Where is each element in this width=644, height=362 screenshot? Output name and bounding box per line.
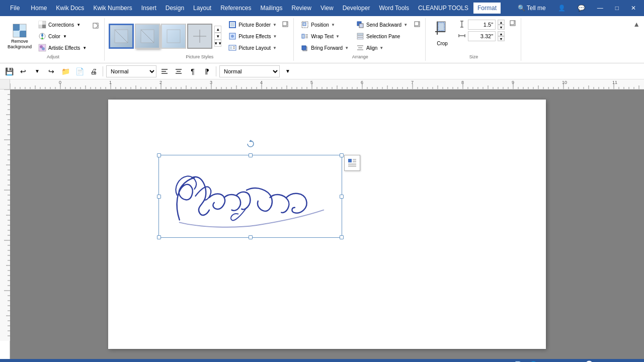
width-down-btn[interactable]: ▼ [498, 36, 505, 41]
maximize-btn[interactable]: □ [611, 3, 623, 14]
style-selector-2[interactable]: Normal [219, 65, 280, 77]
ribbon-group-picture-styles: ▲ ▼ ▼▼ Picture Border ▼ [106, 18, 294, 61]
scroll-up-btn[interactable]: ▲ [214, 26, 221, 33]
picture-styles-expand[interactable] [280, 21, 290, 27]
minimize-btn[interactable]: — [593, 3, 607, 14]
save-btn[interactable]: 💾 [3, 65, 15, 77]
color-btn[interactable]: Color ▼ [35, 31, 89, 42]
corrections-btn[interactable]: Corrections ▼ [35, 19, 89, 30]
document-content[interactable] [10, 89, 644, 359]
selection-pane-btn[interactable]: Selection Pane [353, 31, 410, 42]
style-selector[interactable]: Normal Heading 1 Heading 2 [106, 65, 156, 77]
header-right-icons: 🔍 Tell me 👤 💬 — □ ✕ [514, 3, 640, 14]
wrap-text-label: Wrap Text [311, 34, 334, 39]
style-thumb-3[interactable] [161, 24, 186, 49]
selected-image[interactable] [158, 155, 342, 238]
menu-mailings[interactable]: Mailings [257, 3, 287, 14]
picture-style-thumbnails [109, 24, 212, 49]
menu-review[interactable]: Review [288, 3, 315, 14]
menu-kwik-numbers[interactable]: Kwik Numbers [89, 3, 136, 14]
wrap-text-btn[interactable]: Wrap Text ▼ [298, 31, 351, 42]
picture-layout-btn[interactable]: Picture Layout ▼ [225, 42, 279, 53]
picture-styles-label: Picture Styles [186, 53, 213, 61]
menu-developer[interactable]: Developer [339, 3, 374, 14]
align-btn[interactable]: Align ▼ [353, 42, 410, 53]
undo-arrow-btn[interactable]: ▼ [31, 65, 43, 77]
handle-top-mid[interactable] [249, 153, 253, 157]
close-btn[interactable]: ✕ [627, 3, 640, 14]
paragraph-mark-btn[interactable]: ¶ [187, 65, 199, 77]
menu-cleanup[interactable]: CLEANUP TOOLS [414, 3, 472, 14]
style-thumb-2[interactable] [135, 24, 160, 49]
comments-btn[interactable]: 💬 [574, 3, 589, 14]
menu-format[interactable]: Format [473, 3, 501, 14]
crop-btn[interactable]: Crop [430, 19, 455, 48]
menu-view[interactable]: View [316, 3, 338, 14]
height-input[interactable]: 1.5" [468, 20, 496, 30]
send-backward-btn[interactable]: Send Backward ▼ [353, 19, 410, 30]
menu-references[interactable]: References [216, 3, 255, 14]
scroll-more-btn[interactable]: ▼▼ [214, 40, 221, 47]
adjust-expand-btn[interactable] [90, 20, 101, 31]
ribbon-collapse-btn[interactable]: ▲ [633, 20, 640, 28]
height-up-btn[interactable]: ▲ [498, 20, 505, 25]
handle-mid-right[interactable] [340, 195, 344, 199]
selection-pane-label: Selection Pane [366, 34, 400, 39]
handle-top-left[interactable] [157, 153, 161, 157]
remove-background-btn[interactable]: ✕ RemoveBackground [5, 21, 34, 51]
artistic-effects-btn[interactable]: Artistic Effects ▼ [35, 42, 89, 53]
picture-effects-btn[interactable]: Picture Effects ▼ [225, 31, 279, 42]
style-expand-btn[interactable]: ▼ [282, 65, 294, 77]
tell-me-btn[interactable]: 🔍 Tell me [514, 3, 550, 14]
handle-bottom-left[interactable] [157, 235, 161, 239]
arrange-expand[interactable] [412, 21, 422, 27]
web-layout-btn[interactable]: 🌐 [528, 360, 539, 362]
menu-kwik-docs[interactable]: Kwik Docs [52, 3, 88, 14]
color-arrow: ▼ [63, 34, 67, 39]
scroll-down-btn[interactable]: ▼ [214, 33, 221, 40]
new-btn[interactable]: 📄 [73, 65, 86, 77]
sign-in-btn[interactable]: 👤 [554, 3, 570, 14]
layout-options-popup[interactable] [344, 155, 360, 171]
position-btn[interactable]: Position ▼ [298, 19, 351, 30]
send-backward-label: Send Backward [366, 22, 401, 28]
pilcrow-btn[interactable]: ⁋ [201, 65, 213, 77]
handle-bottom-right[interactable] [340, 235, 344, 239]
styles-scroll-btns: ▲ ▼ ▼▼ [214, 26, 221, 47]
align-left-btn[interactable] [158, 65, 171, 77]
handle-top-right[interactable] [340, 153, 344, 157]
style-thumb-1[interactable] [109, 24, 134, 49]
menu-insert[interactable]: Insert [137, 3, 160, 14]
width-input[interactable]: 3.32" [468, 31, 496, 41]
width-up-btn[interactable]: ▲ [498, 31, 505, 36]
menu-design[interactable]: Design [162, 3, 188, 14]
svg-rect-30 [302, 34, 304, 38]
print-layout-btn[interactable]: 📄 [513, 360, 524, 362]
menu-layout[interactable]: Layout [189, 3, 215, 14]
ribbon-group-size: Crop 1.5" ▲ ▼ [427, 18, 521, 61]
redo-btn[interactable]: ↪ [45, 65, 57, 77]
corrections-arrow: ▼ [76, 23, 80, 27]
picture-border-arrow: ▼ [273, 23, 277, 27]
corrections-label: Corrections [48, 22, 74, 28]
undo-btn[interactable]: ↩ [17, 65, 29, 77]
read-mode-btn[interactable]: 📖 [543, 360, 554, 362]
align-arrow: ▼ [379, 46, 383, 50]
bring-forward-btn[interactable]: Bring Forward ▼ [298, 42, 351, 53]
handle-mid-left[interactable] [157, 195, 161, 199]
height-down-btn[interactable]: ▼ [498, 25, 505, 30]
align-center-btn[interactable] [173, 65, 185, 77]
rotate-handle[interactable] [247, 140, 255, 148]
open-btn[interactable]: 📁 [59, 65, 71, 77]
size-expand[interactable] [508, 20, 518, 26]
corrections-icon [38, 20, 47, 29]
print-btn[interactable]: 🖨 [88, 65, 100, 77]
picture-styles-content: ▲ ▼ ▼▼ Picture Border ▼ [109, 19, 290, 53]
ruler-corner[interactable] [0, 79, 10, 89]
menu-home[interactable]: Home [27, 3, 51, 14]
style-thumb-4[interactable] [187, 24, 212, 49]
picture-border-btn[interactable]: Picture Border ▼ [225, 19, 279, 30]
handle-bottom-mid[interactable] [249, 235, 253, 239]
file-menu[interactable]: File [4, 3, 26, 14]
menu-word-tools[interactable]: Word Tools [375, 3, 413, 14]
